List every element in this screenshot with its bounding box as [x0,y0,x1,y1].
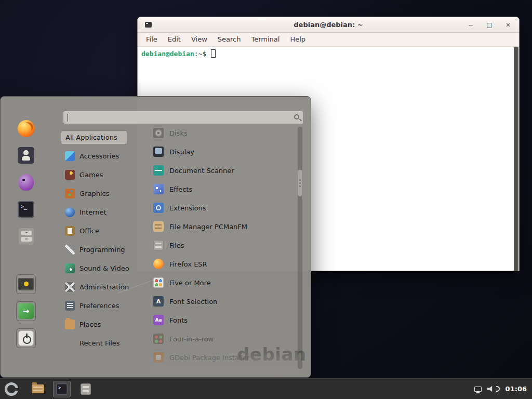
office-icon [65,226,75,236]
search-icon [294,114,299,119]
clock[interactable]: 01:06 [506,385,527,393]
app-firefox-esr[interactable]: Firefox ESR [150,255,297,273]
logout-button[interactable] [16,301,36,321]
category-accessories[interactable]: Accessories [61,147,140,165]
firefox-icon [153,259,164,269]
file-manager-icon [153,221,164,232]
menu-help[interactable]: Help [285,33,311,46]
menu-button[interactable] [0,379,23,399]
app-extensions[interactable]: Extensions [150,198,297,217]
favorite-file-manager[interactable] [16,227,36,246]
scrollbar-thumb[interactable] [298,169,302,197]
firefox-icon [18,120,35,137]
app-disks[interactable]: Disks [150,124,297,142]
category-label: Administration [79,283,129,291]
fonts-icon [153,315,164,325]
terminal-cursor [211,49,216,58]
terminal-icon [18,201,34,218]
taskbar: 01:06 [0,378,532,399]
app-effects[interactable]: Effects [150,180,297,198]
app-file-manager-pcmanfm[interactable]: File Manager PCManFM [150,217,297,236]
category-recent-files[interactable]: Recent Files [61,334,140,352]
app-label: Files [169,242,184,249]
games-icon [65,170,75,180]
app-label: Four-in-a-row [169,335,214,343]
five-or-more-icon [153,277,164,288]
terminal-scrollbar[interactable] [514,47,518,271]
close-button[interactable]: × [503,21,513,29]
cinnamon-logo-icon [5,382,18,396]
sound-video-icon [65,263,75,273]
places-icon [65,320,75,329]
power-icon [18,330,34,346]
category-programming[interactable]: Programming [61,240,140,259]
category-office[interactable]: Office [61,221,140,240]
software-manager-icon [18,147,34,164]
prompt-user-host: debian@debian [141,50,194,58]
app-files[interactable]: Files [150,236,297,255]
menu-search[interactable]: Search [212,33,246,46]
start-menu: All Applications Accessories Games Graph… [0,96,311,378]
network-icon[interactable] [474,387,482,392]
category-label: Graphics [79,190,109,197]
administration-icon [65,282,75,292]
app-display[interactable]: Display [150,142,297,161]
four-in-a-row-icon [153,334,164,344]
terminal-titlebar[interactable]: debian@debian: ~ − □ × [138,17,519,33]
category-list: All Applications Accessories Games Graph… [61,128,140,352]
category-label: Internet [79,208,107,216]
taskbar-file-manager[interactable] [29,381,47,397]
menu-scrollbar[interactable] [298,127,302,369]
category-label: Places [79,321,101,328]
app-label: Document Scanner [169,167,234,175]
volume-icon[interactable] [487,385,495,392]
category-label: Accessories [79,152,119,160]
files-icon [81,383,91,395]
menu-view[interactable]: View [186,33,212,46]
maximize-button[interactable]: □ [485,21,494,29]
app-fonts[interactable]: Fonts [150,311,297,329]
accessories-icon [65,151,75,161]
app-label: Fonts [169,316,188,324]
category-graphics[interactable]: Graphics [61,184,140,203]
graphics-icon [65,189,75,198]
menu-edit[interactable]: Edit [163,33,186,46]
favorites-column [7,118,45,355]
favorite-messenger[interactable] [16,172,36,192]
category-label: Preferences [79,302,119,310]
volume-wave-icon [496,386,500,392]
messenger-mascot-icon [19,174,34,191]
lock-screen-button[interactable] [16,274,36,294]
app-label: Five or More [169,279,211,287]
category-games[interactable]: Games [61,165,140,184]
category-administration[interactable]: Administration [61,277,140,296]
file-manager-icon [19,228,34,245]
taskbar-files[interactable] [77,381,95,397]
terminal-menubar: File Edit View Search Terminal Help [138,33,519,47]
debian-watermark: debian [237,344,307,365]
category-sound-video[interactable]: Sound & Video [61,259,140,277]
menu-file[interactable]: File [141,33,163,46]
app-label: Extensions [169,204,206,212]
favorite-terminal[interactable] [16,200,36,219]
app-font-selection[interactable]: Font Selection [150,292,297,311]
category-label: Office [79,227,99,235]
app-label: Display [169,148,194,156]
app-five-or-more[interactable]: Five or More [150,273,297,292]
terminal-icon [56,383,68,395]
app-label: Effects [169,185,192,193]
favorite-software-manager[interactable] [16,145,36,165]
category-places[interactable]: Places [61,315,140,334]
menu-terminal[interactable]: Terminal [246,33,285,46]
favorite-firefox[interactable] [16,118,36,138]
category-internet[interactable]: Internet [61,203,140,221]
app-document-scanner[interactable]: Document Scanner [150,161,297,180]
preferences-icon [65,301,75,311]
blank-icon [65,338,75,348]
category-all-applications[interactable]: All Applications [61,130,127,144]
shutdown-button[interactable] [16,328,36,348]
category-preferences[interactable]: Preferences [61,296,140,315]
search-input[interactable] [63,111,303,124]
minimize-button[interactable]: − [466,21,475,29]
taskbar-terminal-active[interactable] [53,381,71,397]
